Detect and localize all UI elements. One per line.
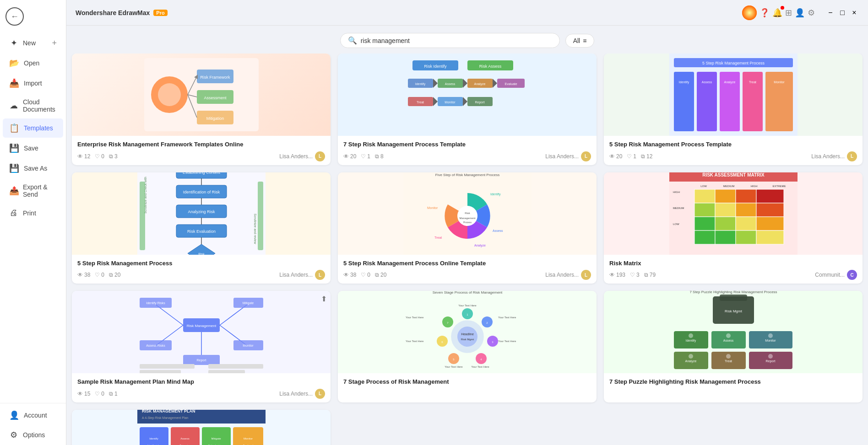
svg-text:Seven Stage Process of Risk Ma: Seven Stage Process of Risk Management — [432, 291, 502, 295]
card-meta-7step: 👁 20 ♡ 1 ⧉ 8 Lisa Anders... — [343, 151, 591, 161]
sidebar-item-new[interactable]: ✦ New + — [3, 33, 63, 53]
svg-text:Analyze: Analyze — [474, 82, 485, 86]
eye-icon7: 👁 — [77, 391, 83, 397]
saveas-icon: 💾 — [9, 163, 19, 173]
user-icon[interactable]: 👤 — [795, 8, 805, 18]
svg-rect-90 — [694, 189, 715, 203]
sidebar-item-import[interactable]: 📥 Import — [3, 74, 63, 93]
topbar: Wondershare EdrawMax Pro ❓ 🔔 ⊞ 👤 ⚙ − □ × — [66, 0, 868, 26]
svg-rect-96 — [736, 203, 756, 217]
export-icon-mindmap[interactable]: ⬆ — [321, 295, 327, 303]
views-mindmap: 👁 15 — [77, 391, 90, 397]
eye-icon6: 👁 — [609, 272, 615, 278]
svg-text:Your Text Here: Your Text Here — [498, 316, 516, 319]
svg-text:Monitor: Monitor — [427, 206, 438, 209]
search-box[interactable]: 🔍 — [340, 33, 560, 48]
close-button[interactable]: × — [850, 9, 859, 17]
author-avatar-online: L — [581, 270, 591, 280]
filter-button[interactable]: All ≡ — [565, 34, 595, 48]
sidebar-item-open[interactable]: 📂 Open — [3, 54, 63, 73]
card-meta-5step-process: 👁 38 ♡ 0 ⧉ 20 Lisa Anders... — [77, 270, 325, 280]
card-info-5step-process: 5 Step Risk Management Process 👁 38 ♡ 0 … — [72, 255, 331, 284]
svg-text:Your Text Here: Your Text Here — [445, 365, 463, 368]
plus-icon: + — [52, 38, 57, 48]
svg-text:Identify: Identify — [490, 193, 501, 196]
back-button[interactable]: ← — [5, 7, 24, 26]
card-thumb-5step-process: Establishing Context Identification of R… — [72, 172, 331, 255]
card-thumb-7step: Risk Identify Risk Assess Identify Asses… — [338, 54, 597, 136]
card-enterprise[interactable]: Risk Framework Assessment Mitigation Ent… — [72, 54, 331, 165]
svg-text:Report: Report — [765, 359, 775, 363]
svg-text:HIGH: HIGH — [750, 185, 757, 188]
apps-icon[interactable]: ⊞ — [785, 8, 792, 18]
svg-text:Scrutinize and review: Scrutinize and review — [254, 214, 257, 244]
copy-icon4: ⧉ — [109, 272, 113, 278]
copies-enterprise: ⧉ 3 — [109, 153, 118, 160]
svg-text:Evaluate: Evaluate — [505, 82, 517, 86]
search-input[interactable] — [361, 37, 552, 44]
svg-point-3 — [158, 83, 181, 106]
card-5step-online[interactable]: Five Step of Risk Management Process — [338, 172, 597, 284]
app-title-text: Wondershare EdrawMax — [76, 9, 150, 16]
heart-icon7: ♡ — [95, 391, 100, 397]
card-info-7puzzle: 7 Step Puzzle Highlighting Risk Manageme… — [604, 373, 863, 392]
notification-icon[interactable]: 🔔 — [772, 8, 782, 18]
card-5step-blue[interactable]: 5 Step Risk Management Process Identify … — [604, 54, 863, 165]
import-icon: 📥 — [9, 78, 19, 88]
sidebar-item-saveas[interactable]: 💾 Save As — [3, 159, 63, 178]
minimize-button[interactable]: − — [826, 9, 835, 17]
svg-point-172 — [689, 333, 693, 338]
card-info-enterprise: Enterprise Risk Management Framework Tem… — [72, 136, 331, 165]
help-icon[interactable]: ❓ — [760, 8, 770, 18]
author-avatar-5step: L — [847, 151, 857, 161]
sidebar-item-cloud[interactable]: ☁ Cloud Documents — [3, 94, 63, 118]
sidebar-item-templates[interactable]: 📋 Templates — [3, 118, 63, 138]
views-7step: 👁 20 — [343, 153, 356, 160]
svg-rect-103 — [715, 231, 736, 244]
settings-icon[interactable]: ⚙ — [808, 8, 815, 18]
card-risk-matrix[interactable]: RISK ASSESSMENT MATRIX HIGH MEDIUM LOW L… — [604, 172, 863, 284]
card-mind-map[interactable]: Risk Management Identify Risks Assess Ri… — [72, 291, 331, 402]
user-avatar[interactable] — [742, 5, 757, 20]
card-title-5step-process: 5 Step Risk Management Process — [77, 259, 325, 268]
card-7puzzle[interactable]: 7 Step Puzzle Highlighting Risk Manageme… — [604, 291, 863, 402]
card-info-risk-matrix: Risk Matrix 👁 193 ♡ 3 ⧉ 79 — [604, 255, 863, 284]
card-info-5step-blue: 5 Step Risk Management Process Template … — [604, 136, 863, 165]
sidebar-item-export[interactable]: 📤 Export & Send — [3, 179, 63, 203]
card-info-7stage: 7 Stage Process of Risk Management — [338, 373, 597, 392]
svg-text:Analyze: Analyze — [685, 359, 696, 363]
svg-point-175 — [689, 354, 693, 359]
sidebar-item-save[interactable]: 💾 Save — [3, 139, 63, 158]
sidebar-bottom: 👤 Account ⚙ Options — [0, 403, 66, 445]
svg-text:Identify: Identify — [149, 437, 158, 440]
svg-rect-186 — [171, 427, 200, 445]
card-5step-process[interactable]: Establishing Context Identification of R… — [72, 172, 331, 284]
card-7step[interactable]: Risk Identify Risk Assess Identify Asses… — [338, 54, 597, 165]
copies-7step: ⧉ 8 — [375, 153, 384, 160]
copy-icon2: ⧉ — [375, 153, 379, 160]
card-7stage[interactable]: Seven Stage Process of Risk Management H… — [338, 291, 597, 402]
svg-rect-190 — [202, 427, 231, 445]
thumb-svg-enterprise: Risk Framework Assessment Mitigation — [142, 56, 261, 134]
svg-rect-104 — [736, 231, 756, 244]
sidebar-item-account[interactable]: 👤 Account — [3, 406, 63, 425]
svg-point-173 — [726, 333, 731, 338]
svg-text:Five Step of Risk Management P: Five Step of Risk Management Process — [435, 173, 499, 177]
heart-icon3: ♡ — [627, 153, 632, 160]
svg-text:Assess: Assess — [180, 437, 189, 440]
svg-text:Mitigate: Mitigate — [211, 437, 221, 440]
svg-text:Your Text Here: Your Text Here — [406, 340, 424, 343]
sidebar-item-options[interactable]: ⚙ Options — [3, 425, 63, 445]
svg-rect-158 — [720, 295, 747, 301]
svg-rect-126 — [208, 364, 263, 369]
copies-mindmap: ⧉ 1 — [109, 391, 118, 397]
svg-rect-127 — [208, 370, 245, 373]
maximize-button[interactable]: □ — [838, 9, 847, 17]
author-5step-process: Lisa Anders... L — [279, 270, 325, 280]
heart-icon6: ♡ — [630, 272, 635, 278]
eye-icon: 👁 — [77, 153, 83, 160]
author-7step: Lisa Anders... L — [545, 151, 591, 161]
sidebar-item-print[interactable]: 🖨 Print — [3, 204, 63, 222]
card-4step[interactable]: RISK MANAGEMENT PLAN A 4-Step Risk Manag… — [72, 410, 331, 445]
card-meta-enterprise: 👁 12 ♡ 0 ⧉ 3 Lisa Anders... — [77, 151, 325, 161]
